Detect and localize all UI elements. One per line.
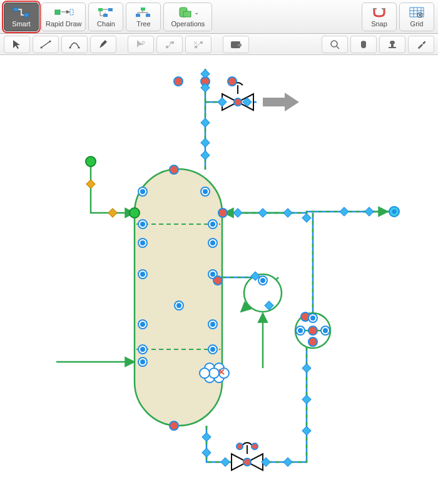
- chain-label: Chain: [97, 20, 115, 28]
- curve-tool[interactable]: [61, 36, 88, 53]
- svg-point-62: [141, 272, 145, 276]
- edit-points-tool[interactable]: [128, 36, 154, 53]
- svg-point-109: [261, 279, 265, 282]
- svg-rect-25: [200, 41, 203, 44]
- svg-rect-94: [221, 458, 230, 466]
- svg-rect-24: [195, 46, 197, 48]
- svg-point-78: [170, 421, 178, 430]
- svg-point-79: [218, 208, 227, 217]
- tree-button[interactable]: Tree: [126, 3, 161, 31]
- svg-point-76: [177, 304, 181, 307]
- rapid-label: Rapid Draw: [46, 20, 81, 28]
- svg-point-82: [174, 77, 183, 86]
- smart-button[interactable]: Smart: [4, 3, 39, 31]
- svg-rect-8: [141, 8, 145, 11]
- svg-point-34: [234, 98, 242, 106]
- svg-point-14: [419, 14, 421, 16]
- svg-rect-10: [146, 14, 150, 17]
- pan-tool[interactable]: [350, 36, 377, 53]
- vessel[interactable]: [135, 169, 222, 426]
- svg-point-116: [308, 326, 317, 335]
- remove-point-tool[interactable]: [185, 36, 211, 53]
- svg-rect-104: [258, 208, 267, 217]
- snap-button[interactable]: Snap: [362, 3, 397, 31]
- svg-point-50: [141, 190, 145, 193]
- svg-point-17: [49, 40, 51, 42]
- svg-rect-27: [238, 44, 242, 46]
- arrow-tool[interactable]: [4, 36, 30, 53]
- zoom-tool[interactable]: [322, 36, 348, 53]
- svg-point-48: [200, 368, 210, 378]
- feed-source-dot[interactable]: [86, 157, 96, 167]
- svg-point-117: [308, 337, 317, 346]
- svg-rect-0: [13, 8, 18, 11]
- svg-point-46: [209, 368, 219, 378]
- svg-rect-9: [136, 14, 140, 17]
- svg-rect-93: [202, 448, 211, 457]
- feed-line[interactable]: [91, 162, 135, 213]
- svg-point-72: [211, 347, 215, 351]
- svg-point-20: [142, 41, 145, 44]
- svg-point-66: [141, 322, 145, 326]
- svg-point-56: [211, 222, 215, 226]
- svg-rect-1: [24, 13, 29, 17]
- stamp-tool[interactable]: [379, 36, 405, 53]
- rapid-draw-icon: [54, 6, 74, 19]
- svg-point-70: [141, 347, 145, 351]
- svg-rect-4: [70, 9, 73, 15]
- svg-rect-30: [389, 47, 396, 48]
- svg-marker-3: [66, 10, 70, 14]
- svg-point-54: [141, 222, 145, 226]
- valve-bottom[interactable]: [232, 443, 263, 470]
- svg-point-41: [392, 210, 397, 214]
- svg-rect-101: [340, 207, 349, 216]
- chain-button[interactable]: Chain: [88, 3, 123, 31]
- orange-diamond[interactable]: [86, 180, 95, 188]
- diagram-canvas[interactable]: [0, 55, 438, 504]
- smart-connector-icon: [13, 6, 30, 19]
- svg-rect-89: [201, 151, 210, 160]
- svg-rect-96: [283, 458, 292, 466]
- valve-top[interactable]: [222, 83, 253, 110]
- eyedropper-tool[interactable]: [408, 36, 434, 53]
- svg-point-16: [41, 46, 43, 48]
- svg-point-28: [331, 41, 337, 47]
- pen-tool[interactable]: [90, 36, 116, 53]
- svg-point-18: [69, 46, 71, 48]
- svg-rect-92: [202, 433, 211, 441]
- rapid-draw-button[interactable]: Rapid Draw: [41, 3, 86, 31]
- svg-point-83: [228, 77, 237, 86]
- snap-label: Snap: [371, 20, 387, 28]
- svg-point-37: [237, 443, 243, 450]
- svg-rect-5: [98, 8, 103, 11]
- svg-point-52: [203, 190, 207, 193]
- operations-button[interactable]: ⌄ Operations: [163, 3, 212, 31]
- svg-point-77: [170, 165, 178, 174]
- svg-text:⌄: ⌄: [194, 9, 198, 16]
- toolbar-main: Smart Rapid Draw Chain Tree ⌄ Operations…: [0, 0, 438, 34]
- ops-label: Operations: [171, 20, 205, 28]
- operations-icon: ⌄: [177, 6, 198, 19]
- wallet-tool[interactable]: [223, 36, 249, 53]
- svg-point-60: [211, 241, 215, 245]
- svg-point-58: [141, 241, 145, 245]
- tree-icon: [135, 6, 152, 19]
- feed-entry-dot[interactable]: [130, 208, 140, 218]
- orange-diamond[interactable]: [108, 208, 117, 217]
- svg-point-68: [211, 322, 215, 326]
- line-tool[interactable]: [33, 36, 59, 53]
- svg-point-36: [243, 458, 251, 466]
- svg-line-29: [337, 46, 339, 49]
- outlet-terminal[interactable]: [389, 207, 399, 217]
- svg-rect-98: [302, 395, 311, 404]
- svg-point-80: [213, 276, 222, 285]
- svg-point-38: [252, 443, 258, 450]
- svg-rect-97: [302, 426, 311, 435]
- diagram-svg: [0, 55, 438, 504]
- add-point-tool[interactable]: +: [156, 36, 183, 53]
- grid-button[interactable]: Grid: [399, 3, 434, 31]
- svg-rect-102: [365, 207, 374, 216]
- gray-outlet-arrow[interactable]: [263, 93, 299, 111]
- svg-rect-105: [283, 208, 292, 217]
- chain-icon: [97, 6, 115, 19]
